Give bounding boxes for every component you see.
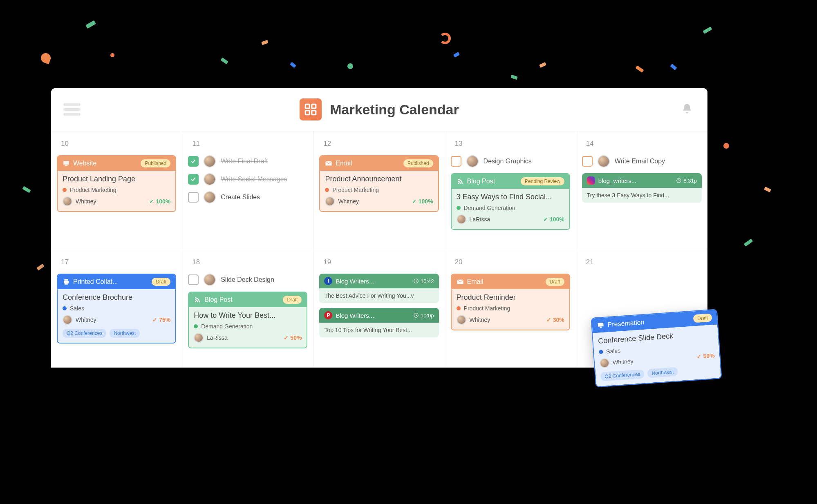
confetti xyxy=(290,62,296,68)
confetti xyxy=(510,75,518,80)
day-number: 11 xyxy=(192,140,307,148)
task-row[interactable]: Write Final Draft xyxy=(188,155,307,167)
social-title: blog_writers... xyxy=(598,177,673,184)
card-header: Blog Post Pending Review xyxy=(452,174,569,189)
confetti xyxy=(36,264,44,271)
tag[interactable]: Q2 Conferences xyxy=(600,369,645,381)
social-card[interactable]: f Blog Writers... 10:42 The Best Advice … xyxy=(319,274,439,303)
project-card[interactable]: Blog Post Draft How to Write Your Best..… xyxy=(188,292,307,348)
floating-card[interactable]: Presentation Draft Conference Slide Deck… xyxy=(591,309,722,387)
project-card[interactable]: Website Published Product Landing Page P… xyxy=(57,155,176,212)
social-time: 1:20p xyxy=(413,312,434,319)
avatar xyxy=(325,196,335,206)
social-card[interactable]: P Blog Writers... 1:20p Top 10 Tips for … xyxy=(319,308,439,337)
category-label: Demand Generation xyxy=(464,205,515,211)
progress: ✓ 75% xyxy=(152,317,170,323)
card-type: Email xyxy=(336,160,400,167)
avatar xyxy=(204,274,216,286)
day-cell[interactable]: 18 Slide Deck Design Blog Post Draft How… xyxy=(182,249,313,368)
confetti xyxy=(453,52,460,58)
day-number: 12 xyxy=(323,140,439,148)
category-dot xyxy=(325,188,329,192)
svg-point-4 xyxy=(458,183,459,184)
category-dot xyxy=(194,324,198,328)
social-card-header: f Blog Writers... 10:42 xyxy=(319,274,439,288)
confetti xyxy=(40,52,52,65)
confetti xyxy=(636,65,644,73)
assignee-name: LaRissa xyxy=(470,216,490,223)
avatar xyxy=(466,155,479,167)
tag[interactable]: Q2 Conferences xyxy=(63,329,106,338)
category-label: Sales xyxy=(70,305,84,312)
category-dot xyxy=(457,306,461,310)
day-cell[interactable]: 20 Email Draft Product Reminder Product … xyxy=(445,249,576,368)
day-cell[interactable]: 19 f Blog Writers... 10:42 The Best Advi… xyxy=(313,249,445,368)
confetti xyxy=(764,187,771,192)
card-body: 3 Easy Ways to Find Social... Demand Gen… xyxy=(452,189,569,229)
assignee-name: Whitney xyxy=(613,358,634,366)
confetti xyxy=(110,53,114,57)
svg-rect-3 xyxy=(312,111,316,115)
project-card[interactable]: Blog Post Pending Review 3 Easy Ways to … xyxy=(451,173,570,230)
social-time: 10:42 xyxy=(413,278,434,284)
day-cell[interactable]: 14 Write Email Copy blog_writers... 8:31… xyxy=(576,131,707,249)
day-cell[interactable]: 10 Website Published Product Landing Pag… xyxy=(51,131,182,249)
task-label: Design Graphics xyxy=(483,158,532,165)
category-label: Product Marketing xyxy=(332,187,379,193)
tag[interactable]: Northwest xyxy=(647,367,678,378)
day-cell[interactable]: 11 Write Final Draft Write Social Messag… xyxy=(182,131,313,249)
day-cell[interactable]: 12 Email Published Product Announcement … xyxy=(313,131,445,249)
social-title: Blog Writers... xyxy=(336,278,410,285)
social-card-header: blog_writers... 8:31p xyxy=(582,173,702,188)
project-card[interactable]: Email Published Product Announcement Pro… xyxy=(319,155,439,212)
avatar xyxy=(598,155,610,167)
category-dot xyxy=(63,306,67,310)
project-card[interactable]: Printed Collat... Draft Conference Broch… xyxy=(57,274,176,343)
confetti xyxy=(539,62,546,68)
confetti xyxy=(744,239,753,246)
social-card[interactable]: blog_writers... 8:31p Try these 3 Easy W… xyxy=(582,173,702,203)
card-type: Email xyxy=(467,278,542,285)
category-row: Sales xyxy=(63,305,170,312)
category-label: Product Marketing xyxy=(70,187,116,193)
assignee-name: Whitney xyxy=(470,317,490,323)
task-label: Slide Deck Design xyxy=(221,276,274,283)
notifications-button[interactable] xyxy=(681,103,693,116)
task-label: Write Email Copy xyxy=(615,158,665,165)
checkbox[interactable] xyxy=(188,274,199,285)
tag[interactable]: Northwest xyxy=(110,329,140,338)
progress: ✓ 100% xyxy=(149,198,170,205)
svg-rect-0 xyxy=(305,104,309,108)
assignee-name: Whitney xyxy=(76,317,96,323)
day-cell[interactable]: 13 Design Graphics Blog Post Pending Rev… xyxy=(445,131,576,249)
confetti xyxy=(261,40,269,45)
card-title: Product Announcement xyxy=(325,175,433,183)
task-row[interactable]: Create Slides xyxy=(188,191,307,203)
checkbox[interactable] xyxy=(188,174,199,185)
checkbox[interactable] xyxy=(188,156,199,167)
title-group: Marketing Calendar xyxy=(300,98,459,120)
checkbox[interactable] xyxy=(451,156,461,167)
confetti xyxy=(439,33,451,44)
status-pill: Pending Review xyxy=(521,177,564,185)
card-type: Printed Collat... xyxy=(73,278,148,285)
project-card[interactable]: Email Draft Product Reminder Product Mar… xyxy=(451,274,570,330)
task-row[interactable]: Write Social Messages xyxy=(188,173,307,185)
task-row[interactable]: Write Email Copy xyxy=(582,155,702,167)
checkbox[interactable] xyxy=(188,192,199,203)
app-logo-icon xyxy=(300,98,322,120)
status-pill: Draft xyxy=(546,278,564,286)
day-cell[interactable]: 17 Printed Collat... Draft Conference Br… xyxy=(51,249,182,368)
card-title: Product Reminder xyxy=(457,293,564,302)
category-row: Demand Generation xyxy=(457,205,564,211)
card-body: Conference Slide Deck Sales Whitney ✓ 50… xyxy=(593,324,721,386)
task-row[interactable]: Slide Deck Design xyxy=(188,274,307,286)
social-body: Top 10 Tips for Writing Your Best... xyxy=(319,323,439,337)
progress: ✓ 100% xyxy=(543,216,564,223)
menu-button[interactable] xyxy=(63,103,81,116)
card-body: How to Write Your Best... Demand Generat… xyxy=(189,307,307,348)
avatar xyxy=(204,173,216,185)
task-row[interactable]: Design Graphics xyxy=(451,155,570,167)
svg-rect-2 xyxy=(305,111,309,115)
checkbox[interactable] xyxy=(582,156,593,167)
